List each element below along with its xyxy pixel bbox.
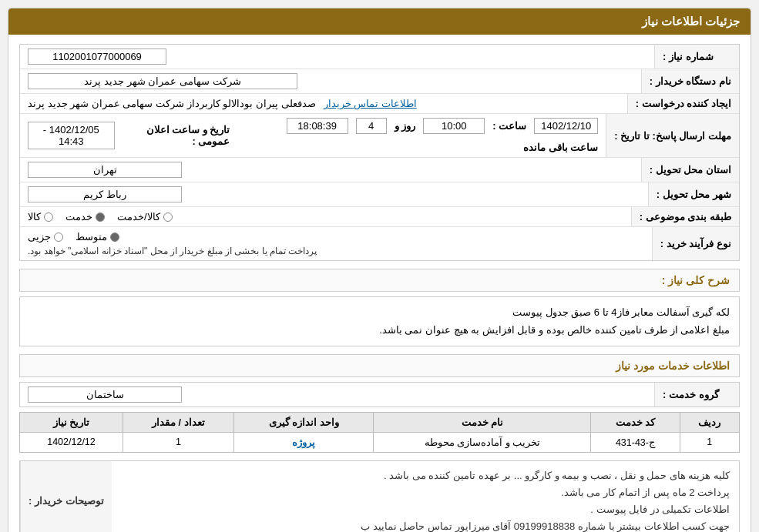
sharh-label: شرح کلی نیاز : [662, 274, 730, 286]
tosif-row: کلیه هزینه های حمل و نقل ، نصب و بیمه و … [20, 461, 739, 532]
saat-mandeh-label: ساعت باقی مانده [523, 142, 598, 153]
tamas-khardar-link[interactable]: اطلاعات تماس خریدار [324, 98, 417, 109]
sharh-line2: مبلغ اعلامی از طرف تامین کننده خالص بوده… [379, 324, 730, 336]
tosif-section: کلیه هزینه های حمل و نقل ، نصب و بیمه و … [19, 460, 740, 532]
shomare-niaz-value: 1102001077000069 [20, 45, 654, 69]
sharh-box: لکه گیری آسفالت معابر فاز4 تا 6 صبق جدول… [19, 296, 740, 346]
tosif-label: توصیحات خریدار : [20, 461, 112, 532]
ijad-konande-row: ایجاد کننده درخواست : اطلاعات تماس خریدا… [20, 94, 739, 114]
saat-label: ساعت : [492, 120, 526, 132]
page-title: جزئیات اطلاعات نیاز [642, 15, 740, 28]
radio-circle-kala-khedmat [163, 212, 173, 222]
cell-nam: تخریب و آماده‌سازی محوطه [374, 432, 591, 452]
group-khedmat-field: ساختمان [28, 386, 182, 403]
khadamat-section-title: اطلاعات خدمات مورد نیاز [19, 354, 740, 377]
radio-circle-motavaset [110, 233, 119, 242]
tarikh-elam-field: 1402/12/05 - 14:43 [28, 122, 115, 149]
page-wrapper: جزئیات اطلاعات نیاز شماره نیاز : 1102001… [0, 0, 759, 532]
cell-tarikh: 1402/12/12 [20, 432, 123, 452]
nam-dastgah-label: نام دستگاه خریدار : [641, 69, 739, 93]
col-kod: کد خدمت [591, 412, 680, 432]
tabaqe-row: طبقه بندی موضوعی : کالا/خدمت خدمت [20, 207, 739, 227]
card-header: جزئیات اطلاعات نیاز [8, 8, 751, 35]
group-khedmat-label: گروه خدمت : [654, 383, 739, 407]
cell-radif: 1 [680, 432, 739, 452]
nam-dastgah-field: شرکت سهامی عمران شهر جدید پرند [28, 73, 297, 89]
col-vahed: واحد اندازه گیری [233, 412, 374, 432]
radio-label-khedmat: خدمت [65, 211, 92, 223]
card-body: شماره نیاز : 1102001077000069 نام دستگاه… [8, 35, 751, 532]
noe-farayand-row: نوع فرآیند خرید : متوسط جزیی [20, 227, 739, 260]
group-khedmat-value: ساختمان [20, 383, 654, 407]
col-tarikh: تاریخ نیاز [20, 412, 123, 432]
cell-kod: ج-43-431 [591, 432, 680, 452]
farayand-radio-group: متوسط جزیی [28, 231, 119, 243]
services-table: ردیف کد خدمت نام خدمت واحد اندازه گیری ت… [19, 412, 740, 453]
shahr-row: شهر محل تحویل : رباط کریم [20, 182, 739, 207]
tarikh-field: 1402/12/10 [534, 118, 598, 134]
radio-circle-khedmat [96, 212, 105, 222]
farayand-note: پرداخت تمام یا بخشی از مبلغ خریدار از مح… [28, 246, 317, 256]
saat-field: 10:00 [423, 118, 485, 134]
radio-label-motavaset: متوسط [76, 231, 107, 243]
radio-kala: کالا [28, 211, 53, 223]
tosif-line3: اطلاعات تکمیلی در فایل پیوست . [590, 504, 730, 515]
roz-field: 4 [356, 118, 387, 134]
radio-kala-khedmat: کالا/خدمت [117, 211, 173, 223]
nam-dastgah-row: نام دستگاه خریدار : شرکت سهامی عمران شهر… [20, 69, 739, 94]
mohlat-ersal-value: 1402/12/10 ساعت : 10:00 روز و 4 18:08:39… [20, 114, 606, 157]
sharh-text: لکه گیری آسفالت معابر فاز4 تا 6 صبق جدول… [20, 297, 739, 346]
radio-circle-kala [44, 212, 53, 222]
group-khedmat-row: گروه خدمت : ساختمان [20, 383, 739, 407]
general-info-section: شماره نیاز : 1102001077000069 نام دستگاه… [19, 44, 740, 261]
tosif-value: کلیه هزینه های حمل و نقل ، نصب و بیمه و … [112, 461, 739, 532]
khadamat-label: اطلاعات خدمات مورد نیاز [616, 360, 730, 372]
tosif-line2: پرداخت 2 ماه پس از اتمام کار می باشد. [561, 487, 730, 498]
radio-label-kala-khedmat: کالا/خدمت [117, 211, 160, 223]
shomare-niaz-label: شماره نیاز : [654, 45, 739, 69]
noe-farayand-value: متوسط جزیی پرداخت تمام یا بخشی از مبلغ خ… [20, 227, 652, 260]
sharh-line1: لکه گیری آسفالت معابر فاز4 تا 6 صبق جدول… [512, 306, 730, 318]
radio-khedmat: خدمت [65, 211, 105, 223]
ostan-field: تهران [28, 162, 182, 178]
khadamat-box: گروه خدمت : ساختمان [19, 382, 740, 407]
cell-vahed: پروژه [233, 432, 374, 452]
radio-circle-jozi [54, 233, 63, 242]
shahr-label: شهر محل تحویل : [648, 182, 739, 206]
ostan-row: استان محل تحویل : تهران [20, 158, 739, 182]
tabaqe-label: طبقه بندی موضوعی : [631, 207, 739, 226]
radio-motavaset: متوسط [76, 231, 119, 243]
nam-dastgah-value: شرکت سهامی عمران شهر جدید پرند [20, 69, 641, 93]
shomare-niaz-field: 1102001077000069 [28, 49, 166, 65]
tarikh-elam-label: تاریخ و ساعت اعلان عمومی : [123, 124, 230, 147]
radio-label-kala: کالا [28, 211, 41, 223]
col-radif: ردیف [680, 412, 739, 432]
ijad-konande-text: صدفعلی پیران بودالالو کاربرداز شرکت سهام… [28, 98, 316, 109]
time-row: 1402/12/10 ساعت : 10:00 روز و 4 18:08:39… [257, 118, 598, 153]
table-row: 1 ج-43-431 تخریب و آماده‌سازی محوطه پروژ… [20, 432, 740, 452]
mohlat-ersal-row: مهلت ارسال پاسخ: تا تاریخ : 1402/12/10 س… [20, 114, 739, 158]
tosif-line1: کلیه هزینه های حمل و نقل ، نصب و بیمه و … [384, 470, 730, 481]
col-tedad: تعداد / مقدار [123, 412, 233, 432]
radio-label-jozi: جزیی [28, 231, 51, 243]
noe-farayand-label: نوع فرآیند خرید : [652, 227, 739, 260]
mohlat-ersal-label: مهلت ارسال پاسخ: تا تاریخ : [606, 114, 739, 157]
cell-tedad: 1 [123, 432, 233, 452]
ostan-label: استان محل تحویل : [641, 158, 739, 182]
sharh-section-title: شرح کلی نیاز : [19, 269, 740, 292]
shahr-value: رباط کریم [20, 182, 648, 206]
ijad-konande-label: ایجاد کننده درخواست : [627, 94, 739, 113]
ostan-value: تهران [20, 158, 641, 182]
saat-mandeh-field: 18:08:39 [287, 118, 348, 134]
roz-label: روز و [395, 120, 416, 132]
tosif-line4: جهت کسب اطلاعات بیشتر با شماره 091999188… [361, 520, 730, 532]
shahr-field: رباط کریم [28, 186, 182, 202]
main-card: جزئیات اطلاعات نیاز شماره نیاز : 1102001… [8, 8, 751, 532]
tabaqe-radio-group: کالا/خدمت خدمت کالا [28, 211, 173, 223]
ijad-konande-value: اطلاعات تماس خریدار صدفعلی پیران بودالال… [20, 94, 627, 113]
col-nam: نام خدمت [374, 412, 591, 432]
radio-jozi: جزیی [28, 231, 63, 243]
tabaqe-value: کالا/خدمت خدمت کالا [20, 207, 631, 226]
shomare-niaz-row: شماره نیاز : 1102001077000069 [20, 45, 739, 69]
